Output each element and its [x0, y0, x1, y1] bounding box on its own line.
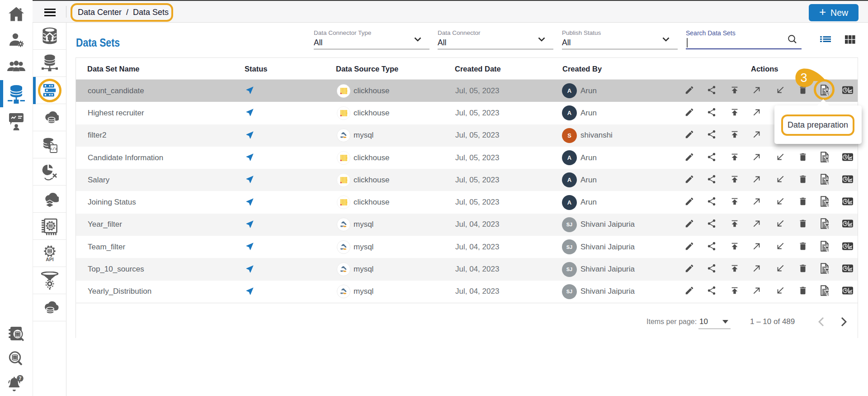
svg-text:7: 7	[19, 376, 22, 381]
svg-text:</>: </>	[49, 146, 57, 151]
svg-text:API: API	[46, 257, 54, 262]
svg-text:3: 3	[800, 71, 807, 85]
